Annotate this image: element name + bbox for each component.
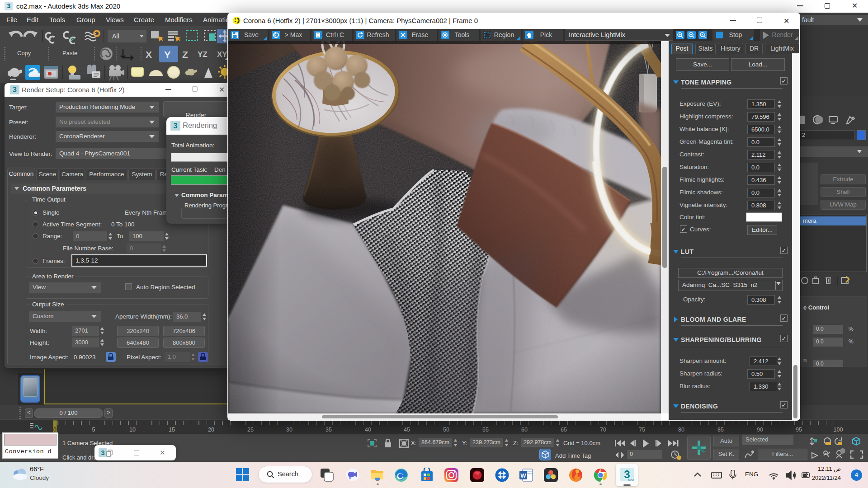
svg-text:3: 3 [173,122,177,130]
svg-text:MAX: MAX [628,479,634,481]
svg-text:W: W [520,472,526,479]
svg-text:3: 3 [7,2,11,9]
svg-text:X: X [146,49,152,60]
svg-text:3: 3 [13,86,17,94]
svg-text:Y: Y [164,49,171,61]
svg-text:All: All [112,33,119,40]
svg-text:Z: Z [182,49,188,60]
svg-text:3: 3 [101,449,104,456]
svg-text:YZ: YZ [198,50,208,59]
svg-text:XY: XY [217,50,227,59]
